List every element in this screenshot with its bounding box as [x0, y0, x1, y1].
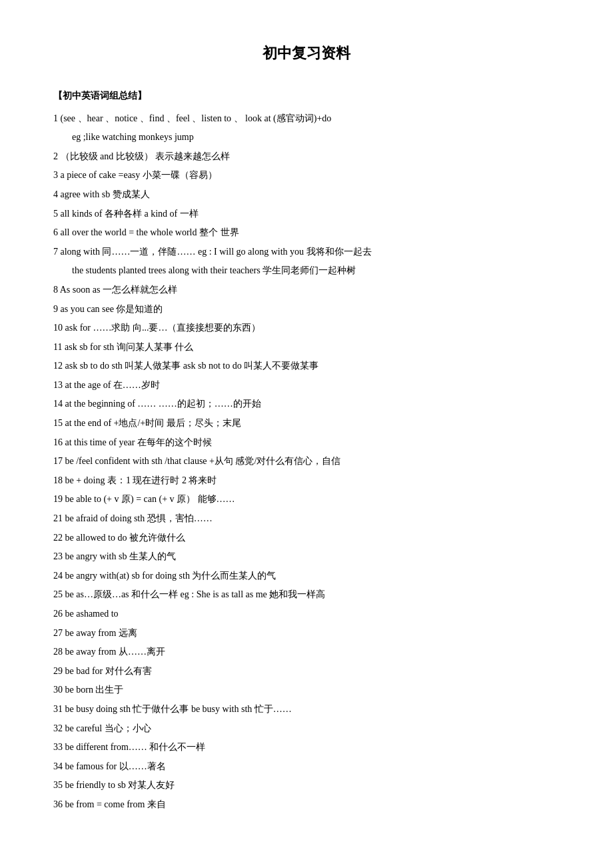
list-item: 5 all kinds of 各种各样 a kind of 一样 [53, 205, 560, 223]
list-item: 12 ask sb to do sth 叫某人做某事 ask sb not to… [53, 357, 560, 375]
list-item: 26 be ashamed to [53, 605, 560, 623]
list-item: 1 (see 、hear 、notice 、find 、feel 、listen… [53, 110, 560, 128]
list-item: 33 be different from…… 和什么不一样 [53, 739, 560, 757]
list-item: 21 be afraid of doing sth 恐惧，害怕…… [53, 510, 560, 528]
list-item: 6 all over the world = the whole world 整… [53, 224, 560, 242]
list-item: 14 at the beginning of …… ……的起初；……的开始 [53, 395, 560, 413]
list-item: 11 ask sb for sth 询问某人某事 什么 [53, 339, 560, 357]
list-item: eg ;like watching monkeys jump [53, 129, 560, 147]
list-item: 35 be friendly to sb 对某人友好 [53, 777, 560, 795]
list-item: 36 be from = come from 来自 [53, 796, 560, 814]
list-item: 15 at the end of +地点/+时间 最后；尽头；末尾 [53, 415, 560, 433]
section-header: 【初中英语词组总结】 [53, 87, 560, 105]
list-item: 8 As soon as 一怎么样就怎么样 [53, 281, 560, 299]
page-title: 初中复习资料 [53, 40, 560, 67]
list-item: 16 at this time of year 在每年的这个时候 [53, 434, 560, 452]
list-item: 25 be as…原级…as 和什么一样 eg : She is as tall… [53, 586, 560, 604]
content-list: 1 (see 、hear 、notice 、find 、feel 、listen… [53, 110, 560, 814]
list-item: 27 be away from 远离 [53, 625, 560, 643]
list-item: 24 be angry with(at) sb for doing sth 为什… [53, 567, 560, 585]
list-item: 30 be born 出生于 [53, 681, 560, 699]
list-item: 22 be allowed to do 被允许做什么 [53, 529, 560, 547]
list-item: 29 be bad for 对什么有害 [53, 663, 560, 681]
list-item: 7 along with 同……一道，伴随…… eg : I will go a… [53, 243, 560, 261]
list-item: 19 be able to (+ v 原) = can (+ v 原） 能够…… [53, 491, 560, 509]
list-item: 23 be angry with sb 生某人的气 [53, 548, 560, 566]
list-item: 28 be away from 从……离开 [53, 643, 560, 661]
list-item: the students planted trees along with th… [53, 262, 560, 280]
list-item: 10 ask for ……求助 向...要…（直接接想要的东西） [53, 319, 560, 337]
list-item: 3 a piece of cake =easy 小菜一碟（容易） [53, 167, 560, 185]
list-item: 18 be + doing 表：1 现在进行时 2 将来时 [53, 472, 560, 490]
list-item: 9 as you can see 你是知道的 [53, 301, 560, 319]
list-item: 13 at the age of 在……岁时 [53, 377, 560, 395]
list-item: 31 be busy doing sth 忙于做什么事 be busy with… [53, 701, 560, 719]
list-item: 2 （比较级 and 比较级） 表示越来越怎么样 [53, 148, 560, 166]
list-item: 34 be famous for 以……著名 [53, 758, 560, 776]
list-item: 32 be careful 当心；小心 [53, 720, 560, 738]
list-item: 4 agree with sb 赞成某人 [53, 186, 560, 204]
list-item: 17 be /feel confident with sth /that cla… [53, 453, 560, 471]
